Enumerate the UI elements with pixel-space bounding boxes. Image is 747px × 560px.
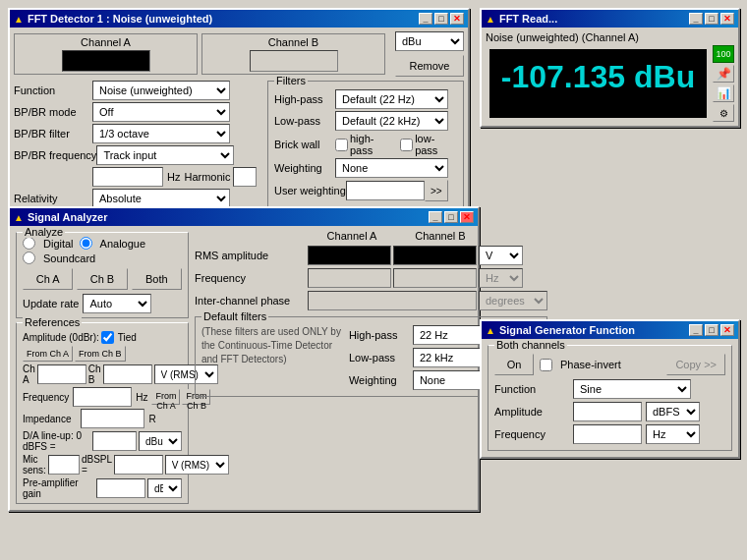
bp-br-mode-select[interactable]: Off — [92, 102, 230, 122]
signal-generator-icon: ▲ — [486, 325, 495, 336]
freq-b-meas-input[interactable] — [393, 268, 477, 288]
signal-generator-titlebar[interactable]: ▲ Signal Generator Function _ □ ✕ — [482, 321, 738, 339]
analogue-label: Analogue — [100, 238, 146, 250]
reader-settings-btn[interactable]: ⚙ — [713, 104, 734, 122]
sg-frequency-input[interactable]: 1000.000 — [573, 424, 642, 444]
low-pass-select[interactable]: Default (22 kHz) — [335, 111, 448, 131]
channel-a-value[interactable]: -107.135 — [62, 50, 150, 72]
copy-btn[interactable]: Copy >> — [666, 354, 725, 375]
bp-br-mode-label: BP/BR mode — [14, 106, 92, 118]
sg-amplitude-input[interactable]: 0.000 — [573, 402, 642, 421]
fft-reader-minimize[interactable]: _ — [689, 13, 703, 25]
freq-unit-select[interactable]: Hz — [479, 268, 523, 288]
da-unit-select[interactable]: dBu — [139, 431, 182, 451]
analogue-radio[interactable] — [80, 237, 92, 250]
sg-frequency-unit-select[interactable]: Hz — [646, 424, 700, 444]
expand-btn[interactable]: >> — [425, 180, 448, 201]
reader-100-btn[interactable]: 100 — [713, 45, 734, 63]
ch-a-ref-label: Ch A — [23, 364, 35, 385]
sg-amplitude-unit-select[interactable]: dBFS — [646, 402, 700, 421]
tied-label: Tied — [118, 332, 137, 343]
weighting-select[interactable]: None — [335, 158, 448, 178]
mic-sens-input[interactable]: 94.0 — [48, 455, 80, 475]
freq-a-meas-input[interactable] — [308, 268, 391, 288]
signal-analyzer-icon: ▲ — [14, 212, 24, 223]
signal-analyzer-titlebar[interactable]: ▲ Signal Analyzer _ □ ✕ — [10, 208, 478, 226]
from-ch-a-freq-btn[interactable]: From Ch A — [151, 389, 180, 405]
freq-ref-label: Frequency — [23, 392, 69, 403]
sg-function-select[interactable]: Sine — [573, 379, 691, 399]
bp-br-freq-label: BP/BR frequency — [14, 149, 96, 161]
unit-select[interactable]: dBu — [395, 31, 464, 51]
sg-amplitude-label: Amplitude — [494, 406, 573, 418]
ch-a-btn[interactable]: Ch A — [23, 268, 73, 290]
signal-analyzer-window: ▲ Signal Analyzer _ □ ✕ Analyze Digital … — [8, 206, 480, 512]
sa-maximize[interactable]: □ — [444, 211, 458, 223]
fft-reader-maximize[interactable]: □ — [705, 13, 718, 25]
update-rate-select[interactable]: Auto — [83, 294, 151, 313]
fft-detector-title: FFT Detector 1 : Noise (unweighted) — [28, 13, 212, 25]
reader-chart-btn[interactable]: 📊 — [713, 84, 734, 102]
soundcard-radio[interactable] — [23, 252, 35, 264]
inter-phase-input[interactable] — [308, 291, 477, 310]
on-btn[interactable]: On — [494, 354, 534, 375]
impedance-input[interactable]: 600.0000 — [81, 409, 144, 428]
rms-b-input[interactable]: 39.24µ — [393, 246, 477, 265]
fft-detector-titlebar[interactable]: ▲ FFT Detector 1 : Noise (unweighted) _ … — [10, 10, 468, 28]
from-ch-a-amp-btn[interactable]: From Ch A — [23, 346, 73, 362]
preamp-input[interactable]: 0.000 — [96, 478, 145, 498]
weight-df-label: Weighting — [349, 374, 413, 386]
freq-hz-input[interactable]: 1000.000 — [92, 167, 163, 187]
fft-detector-icon: ▲ — [14, 14, 24, 25]
da-input[interactable]: 18.000 — [92, 431, 137, 451]
freq-ref-input[interactable]: 1000.000 — [73, 387, 132, 407]
remove-button[interactable]: Remove — [395, 55, 464, 77]
fft-reader-titlebar[interactable]: ▲ FFT Read... _ □ ✕ — [482, 10, 738, 28]
rms-unit-select[interactable]: V — [479, 246, 523, 265]
ch-b-ref-input[interactable]: 2.1975 — [103, 364, 152, 384]
minimize-btn[interactable]: _ — [419, 13, 432, 25]
sa-close[interactable]: ✕ — [460, 211, 474, 223]
tied-check[interactable] — [101, 331, 114, 344]
user-weighting-input[interactable] — [346, 181, 425, 200]
sg-minimize[interactable]: _ — [689, 324, 703, 336]
sg-maximize[interactable]: □ — [705, 324, 718, 336]
mic-mv-unit-select[interactable]: V (RMS) — [165, 455, 229, 475]
relativity-select[interactable]: Absolute — [92, 189, 230, 208]
mic-mv-input[interactable]: 200.00m — [114, 455, 163, 475]
ch-a-ref-input[interactable]: 2.1975 — [37, 364, 86, 384]
phase-invert-check[interactable] — [540, 359, 552, 371]
impedance-label: Impedance — [23, 414, 71, 424]
brick-wall-label: Brick wall — [274, 139, 335, 150]
from-ch-b-amp-btn[interactable]: From Ch B — [75, 346, 126, 362]
ch-b-btn[interactable]: Ch B — [77, 268, 127, 290]
mic-sens-unit: dBSPL = — [82, 454, 112, 476]
sg-close[interactable]: ✕ — [720, 324, 734, 336]
rms-a-input[interactable]: 5.87µ — [308, 246, 391, 265]
channel-a-label: Channel A — [17, 36, 195, 48]
preamp-label: Pre-amplifier gain — [23, 477, 90, 499]
analyze-title: Analyze — [23, 226, 65, 238]
high-pass-select[interactable]: Default (22 Hz) — [335, 89, 448, 109]
bp-br-filter-label: BP/BR filter — [14, 128, 92, 140]
channel-b-value[interactable] — [250, 50, 338, 72]
function-select[interactable]: Noise (unweighted) — [92, 81, 230, 100]
both-channels-label: Both channels — [494, 339, 567, 351]
fft-reader-close[interactable]: ✕ — [720, 13, 734, 25]
digital-radio[interactable] — [23, 237, 35, 250]
low-pass-label: Low-pass — [274, 115, 335, 127]
harmonic-input[interactable]: 2 — [233, 167, 257, 187]
both-btn[interactable]: Both — [132, 268, 182, 290]
bp-br-freq-select[interactable]: Track input — [96, 145, 234, 165]
inter-unit-select[interactable]: degrees — [479, 291, 547, 310]
preamp-unit-select[interactable]: dB — [147, 478, 182, 498]
sa-minimize[interactable]: _ — [429, 211, 442, 223]
signal-generator-window: ▲ Signal Generator Function _ □ ✕ Both c… — [480, 319, 740, 459]
reader-pin-btn[interactable]: 📌 — [713, 65, 734, 83]
bp-br-filter-select[interactable]: 1/3 octave — [92, 124, 230, 143]
maximize-btn[interactable]: □ — [434, 13, 448, 25]
brick-wall-hp-check[interactable] — [335, 139, 348, 151]
fft-reader-title: FFT Read... — [499, 13, 557, 25]
close-btn[interactable]: ✕ — [450, 13, 464, 25]
brick-wall-lp-check[interactable] — [400, 139, 413, 151]
